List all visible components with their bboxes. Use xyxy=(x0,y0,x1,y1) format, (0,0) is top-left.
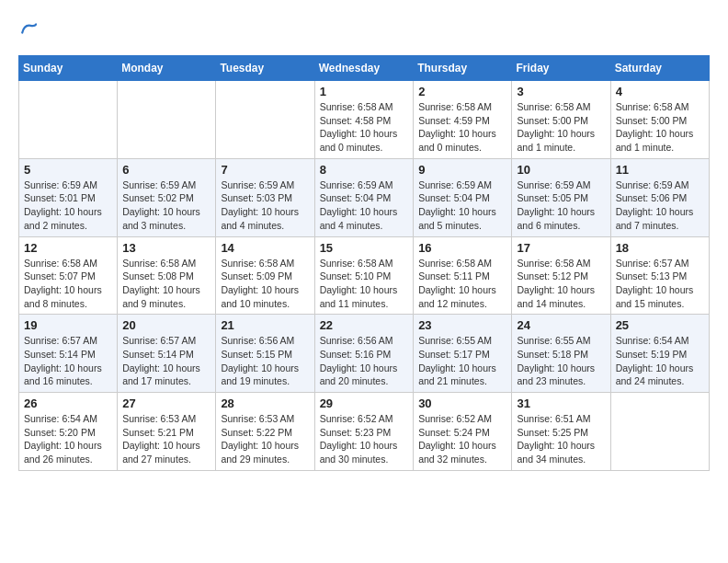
day-number: 18 xyxy=(616,241,704,255)
weekday-header-monday: Monday xyxy=(118,56,216,81)
day-number: 29 xyxy=(320,396,409,410)
weekday-header-wednesday: Wednesday xyxy=(314,56,414,81)
day-info: Sunrise: 6:59 AM Sunset: 5:04 PM Dayligh… xyxy=(418,178,506,233)
calendar-cell: 8Sunrise: 6:59 AM Sunset: 5:04 PM Daylig… xyxy=(314,158,414,236)
calendar-body: 1Sunrise: 6:58 AM Sunset: 4:58 PM Daylig… xyxy=(19,81,710,471)
day-info: Sunrise: 6:58 AM Sunset: 5:07 PM Dayligh… xyxy=(24,257,112,311)
day-info: Sunrise: 6:54 AM Sunset: 5:20 PM Dayligh… xyxy=(24,412,112,466)
calendar-cell: 25Sunrise: 6:54 AM Sunset: 5:19 PM Dayli… xyxy=(610,315,709,393)
calendar-table: SundayMondayTuesdayWednesdayThursdayFrid… xyxy=(18,55,710,471)
day-number: 9 xyxy=(418,163,506,177)
calendar-cell: 21Sunrise: 6:56 AM Sunset: 5:15 PM Dayli… xyxy=(216,315,314,393)
calendar-cell: 4Sunrise: 6:58 AM Sunset: 5:00 PM Daylig… xyxy=(610,81,709,159)
calendar-cell: 19Sunrise: 6:57 AM Sunset: 5:14 PM Dayli… xyxy=(19,315,118,393)
calendar-week-5: 26Sunrise: 6:54 AM Sunset: 5:20 PM Dayli… xyxy=(19,393,710,471)
calendar-cell: 28Sunrise: 6:53 AM Sunset: 5:22 PM Dayli… xyxy=(216,393,314,471)
calendar-cell: 22Sunrise: 6:56 AM Sunset: 5:16 PM Dayli… xyxy=(314,315,414,393)
day-info: Sunrise: 6:58 AM Sunset: 4:59 PM Dayligh… xyxy=(418,100,506,155)
calendar-cell: 17Sunrise: 6:58 AM Sunset: 5:12 PM Dayli… xyxy=(512,236,610,315)
day-number: 6 xyxy=(122,163,210,177)
calendar-cell: 18Sunrise: 6:57 AM Sunset: 5:13 PM Dayli… xyxy=(610,236,709,315)
day-number: 12 xyxy=(24,241,112,255)
day-number: 28 xyxy=(221,396,309,410)
logo-icon xyxy=(20,20,37,37)
day-number: 5 xyxy=(24,163,112,177)
day-number: 4 xyxy=(616,85,704,98)
day-number: 23 xyxy=(418,318,506,332)
calendar-cell: 11Sunrise: 6:59 AM Sunset: 5:06 PM Dayli… xyxy=(610,158,709,236)
calendar-week-4: 19Sunrise: 6:57 AM Sunset: 5:14 PM Dayli… xyxy=(19,315,710,393)
calendar-cell: 30Sunrise: 6:52 AM Sunset: 5:24 PM Dayli… xyxy=(414,393,512,471)
day-info: Sunrise: 6:58 AM Sunset: 5:00 PM Dayligh… xyxy=(616,100,704,155)
day-info: Sunrise: 6:59 AM Sunset: 5:02 PM Dayligh… xyxy=(122,178,210,233)
day-info: Sunrise: 6:59 AM Sunset: 5:03 PM Dayligh… xyxy=(221,178,309,233)
day-info: Sunrise: 6:58 AM Sunset: 5:09 PM Dayligh… xyxy=(221,257,309,311)
day-number: 14 xyxy=(221,241,309,255)
calendar-cell: 20Sunrise: 6:57 AM Sunset: 5:14 PM Dayli… xyxy=(118,315,216,393)
calendar-cell xyxy=(216,81,314,159)
day-number: 24 xyxy=(517,318,605,332)
calendar-cell: 5Sunrise: 6:59 AM Sunset: 5:01 PM Daylig… xyxy=(19,158,118,236)
header xyxy=(18,18,710,40)
day-number: 13 xyxy=(122,241,210,255)
day-info: Sunrise: 6:53 AM Sunset: 5:21 PM Dayligh… xyxy=(122,412,210,466)
day-number: 1 xyxy=(320,85,409,98)
calendar-cell xyxy=(19,81,118,159)
day-number: 25 xyxy=(616,318,704,332)
day-info: Sunrise: 6:55 AM Sunset: 5:18 PM Dayligh… xyxy=(517,334,605,388)
calendar-cell: 24Sunrise: 6:55 AM Sunset: 5:18 PM Dayli… xyxy=(512,315,610,393)
calendar-week-3: 12Sunrise: 6:58 AM Sunset: 5:07 PM Dayli… xyxy=(19,236,710,315)
calendar-cell: 16Sunrise: 6:58 AM Sunset: 5:11 PM Dayli… xyxy=(414,236,512,315)
day-info: Sunrise: 6:56 AM Sunset: 5:16 PM Dayligh… xyxy=(320,334,409,388)
day-info: Sunrise: 6:57 AM Sunset: 5:14 PM Dayligh… xyxy=(24,334,112,388)
day-number: 26 xyxy=(24,396,112,410)
calendar-cell: 6Sunrise: 6:59 AM Sunset: 5:02 PM Daylig… xyxy=(118,158,216,236)
day-info: Sunrise: 6:54 AM Sunset: 5:19 PM Dayligh… xyxy=(616,334,704,388)
weekday-header-friday: Friday xyxy=(512,56,610,81)
calendar-cell: 9Sunrise: 6:59 AM Sunset: 5:04 PM Daylig… xyxy=(414,158,512,236)
day-info: Sunrise: 6:57 AM Sunset: 5:13 PM Dayligh… xyxy=(616,257,704,311)
day-info: Sunrise: 6:56 AM Sunset: 5:15 PM Dayligh… xyxy=(221,334,309,388)
calendar-cell: 29Sunrise: 6:52 AM Sunset: 5:23 PM Dayli… xyxy=(314,393,414,471)
day-number: 20 xyxy=(122,318,210,332)
day-info: Sunrise: 6:58 AM Sunset: 5:08 PM Dayligh… xyxy=(122,257,210,311)
day-info: Sunrise: 6:58 AM Sunset: 5:12 PM Dayligh… xyxy=(517,257,605,311)
calendar-cell: 14Sunrise: 6:58 AM Sunset: 5:09 PM Dayli… xyxy=(216,236,314,315)
day-info: Sunrise: 6:58 AM Sunset: 5:10 PM Dayligh… xyxy=(320,257,409,311)
day-number: 2 xyxy=(418,85,506,98)
day-info: Sunrise: 6:53 AM Sunset: 5:22 PM Dayligh… xyxy=(221,412,309,466)
calendar-cell: 1Sunrise: 6:58 AM Sunset: 4:58 PM Daylig… xyxy=(314,81,414,159)
day-number: 21 xyxy=(221,318,309,332)
day-number: 11 xyxy=(616,163,704,177)
day-info: Sunrise: 6:52 AM Sunset: 5:23 PM Dayligh… xyxy=(320,412,409,466)
day-number: 15 xyxy=(320,241,409,255)
calendar-cell: 31Sunrise: 6:51 AM Sunset: 5:25 PM Dayli… xyxy=(512,393,610,471)
day-number: 8 xyxy=(320,163,409,177)
calendar-cell: 13Sunrise: 6:58 AM Sunset: 5:08 PM Dayli… xyxy=(118,236,216,315)
day-info: Sunrise: 6:52 AM Sunset: 5:24 PM Dayligh… xyxy=(418,412,506,466)
day-info: Sunrise: 6:59 AM Sunset: 5:04 PM Dayligh… xyxy=(320,178,409,233)
day-number: 16 xyxy=(418,241,506,255)
day-number: 31 xyxy=(517,396,605,410)
day-number: 7 xyxy=(221,163,309,177)
day-number: 17 xyxy=(517,241,605,255)
day-number: 30 xyxy=(418,396,506,410)
day-info: Sunrise: 6:58 AM Sunset: 5:11 PM Dayligh… xyxy=(418,257,506,311)
calendar-cell: 3Sunrise: 6:58 AM Sunset: 5:00 PM Daylig… xyxy=(512,81,610,159)
weekday-header-tuesday: Tuesday xyxy=(216,56,314,81)
day-info: Sunrise: 6:59 AM Sunset: 5:06 PM Dayligh… xyxy=(616,178,704,233)
calendar-week-1: 1Sunrise: 6:58 AM Sunset: 4:58 PM Daylig… xyxy=(19,81,710,159)
day-number: 27 xyxy=(122,396,210,410)
weekday-row: SundayMondayTuesdayWednesdayThursdayFrid… xyxy=(19,56,710,81)
weekday-header-thursday: Thursday xyxy=(414,56,512,81)
calendar-header: SundayMondayTuesdayWednesdayThursdayFrid… xyxy=(19,56,710,81)
day-info: Sunrise: 6:59 AM Sunset: 5:01 PM Dayligh… xyxy=(24,178,112,233)
day-info: Sunrise: 6:55 AM Sunset: 5:17 PM Dayligh… xyxy=(418,334,506,388)
calendar-cell: 26Sunrise: 6:54 AM Sunset: 5:20 PM Dayli… xyxy=(19,393,118,471)
day-info: Sunrise: 6:57 AM Sunset: 5:14 PM Dayligh… xyxy=(122,334,210,388)
day-number: 22 xyxy=(320,318,409,332)
calendar-cell xyxy=(610,393,709,471)
calendar-cell xyxy=(118,81,216,159)
day-number: 10 xyxy=(517,163,605,177)
calendar-week-2: 5Sunrise: 6:59 AM Sunset: 5:01 PM Daylig… xyxy=(19,158,710,236)
